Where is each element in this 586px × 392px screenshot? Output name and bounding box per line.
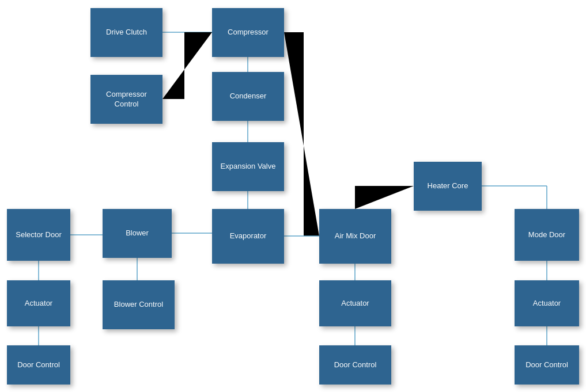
compressor-control-node: Compressor Control: [90, 75, 162, 124]
door-control-air-node: Door Control: [319, 345, 391, 385]
expansion-valve-node: Expansion Valve: [212, 142, 284, 191]
connections-svg: [0, 0, 586, 392]
compressor-node: Compressor: [212, 8, 284, 57]
evaporator-node: Evaporator: [212, 209, 284, 264]
heater-core-node: Heater Core: [414, 162, 482, 211]
actuator-sel-node: Actuator: [7, 280, 70, 326]
actuator-air-node: Actuator: [319, 280, 391, 326]
diagram-container: Drive Clutch Compressor Control Compress…: [0, 0, 586, 392]
selector-door-node: Selector Door: [7, 209, 70, 261]
actuator-mode-node: Actuator: [515, 280, 579, 326]
blower-node: Blower: [103, 209, 172, 258]
door-control-mode-node: Door Control: [515, 345, 579, 385]
drive-clutch-node: Drive Clutch: [90, 8, 162, 57]
condenser-node: Condenser: [212, 72, 284, 121]
mode-door-node: Mode Door: [515, 209, 579, 261]
air-mix-door-node: Air Mix Door: [319, 209, 391, 264]
door-control-sel-node: Door Control: [7, 345, 70, 385]
blower-control-node: Blower Control: [103, 280, 175, 329]
